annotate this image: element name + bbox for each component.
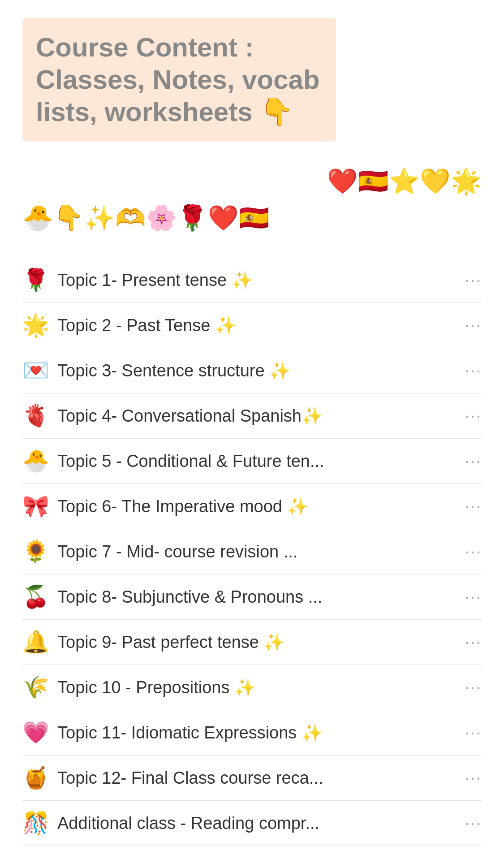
topic-more-button[interactable]: ··· bbox=[456, 406, 482, 426]
topic-emoji: 🌹 bbox=[22, 268, 49, 293]
topic-left: 🌹Topic 1- Present tense ✨ bbox=[22, 268, 456, 293]
emoji-row-top: ❤️🇪🇸⭐💛🌟 bbox=[22, 164, 482, 199]
topic-more-button[interactable]: ··· bbox=[456, 723, 482, 742]
topic-more-button[interactable]: ··· bbox=[456, 633, 482, 652]
header-title: Course Content : Classes, Notes, vocab l… bbox=[36, 31, 323, 128]
topic-more-button[interactable]: ··· bbox=[456, 316, 482, 335]
topic-more-button[interactable]: ··· bbox=[456, 587, 482, 607]
topic-emoji: 🌻 bbox=[22, 539, 49, 564]
topic-label: Topic 4- Conversational Spanish✨ bbox=[57, 406, 323, 426]
topic-left: 🐣Topic 5 - Conditional & Future ten... bbox=[22, 449, 456, 474]
topic-item[interactable]: 🌻Topic 7 - Mid- course revision ...··· bbox=[22, 529, 482, 574]
topic-emoji: 💗 bbox=[22, 720, 49, 745]
topic-item[interactable]: 🌟Topic 2 - Past Tense ✨··· bbox=[22, 303, 482, 348]
topic-left: 🫀Topic 4- Conversational Spanish✨ bbox=[22, 403, 456, 428]
topic-label: Topic 3- Sentence structure ✨ bbox=[57, 361, 290, 380]
topic-label: Topic 12- Final Class course reca... bbox=[57, 768, 323, 788]
topic-item[interactable]: 💌Topic 3- Sentence structure ✨··· bbox=[22, 348, 482, 393]
topic-item[interactable]: 🐣Topic 5 - Conditional & Future ten...··… bbox=[22, 439, 482, 484]
topic-item[interactable]: 🌾Topic 10 - Prepositions ✨··· bbox=[22, 665, 482, 710]
emoji-row-bottom: 🐣👇✨🫶🌸🌹❤️🇪🇸 bbox=[22, 201, 482, 235]
topic-item[interactable]: 🎀Topic 6- The Imperative mood ✨··· bbox=[22, 484, 482, 529]
topic-left: 🍒Topic 8- Subjunctive & Pronouns ... bbox=[22, 584, 456, 609]
topic-label: Topic 7 - Mid- course revision ... bbox=[57, 542, 297, 561]
topic-item[interactable]: 🫀Topic 4- Conversational Spanish✨··· bbox=[22, 393, 482, 439]
topic-left: 🍯Topic 12- Final Class course reca... bbox=[22, 765, 456, 790]
emoji-section: ❤️🇪🇸⭐💛🌟 🐣👇✨🫶🌸🌹❤️🇪🇸 bbox=[22, 164, 482, 235]
topic-emoji: 🌾 bbox=[22, 675, 49, 700]
topic-label: Topic 6- The Imperative mood ✨ bbox=[57, 496, 308, 516]
topic-left: 🎊Additional class - Reading compr... bbox=[22, 811, 456, 836]
topic-emoji: 🔔 bbox=[22, 630, 49, 655]
topics-list: 🌹Topic 1- Present tense ✨···🌟Topic 2 - P… bbox=[22, 258, 482, 846]
topic-left: 🌾Topic 10 - Prepositions ✨ bbox=[22, 675, 456, 700]
topic-label: Topic 11- Idiomatic Expressions ✨ bbox=[57, 723, 323, 742]
topic-more-button[interactable]: ··· bbox=[456, 271, 482, 290]
topic-emoji: 🐣 bbox=[22, 449, 49, 474]
topic-label: Topic 10 - Prepositions ✨ bbox=[57, 678, 255, 697]
topic-more-button[interactable]: ··· bbox=[456, 361, 482, 380]
topic-left: 🌟Topic 2 - Past Tense ✨ bbox=[22, 313, 456, 338]
topic-more-button[interactable]: ··· bbox=[456, 814, 482, 833]
topic-left: 💌Topic 3- Sentence structure ✨ bbox=[22, 358, 456, 383]
topic-label: Topic 1- Present tense ✨ bbox=[57, 270, 253, 290]
topic-left: 💗Topic 11- Idiomatic Expressions ✨ bbox=[22, 720, 456, 745]
topic-item[interactable]: 🍒Topic 8- Subjunctive & Pronouns ...··· bbox=[22, 574, 482, 620]
topic-label: Additional class - Reading compr... bbox=[57, 814, 319, 833]
topic-emoji: 💌 bbox=[22, 358, 49, 383]
topic-more-button[interactable]: ··· bbox=[456, 542, 482, 561]
topic-emoji: 🎀 bbox=[22, 494, 49, 519]
topic-item[interactable]: 🎊Additional class - Reading compr...··· bbox=[22, 801, 482, 846]
topic-emoji: 🍯 bbox=[22, 765, 49, 790]
topic-item[interactable]: 💗Topic 11- Idiomatic Expressions ✨··· bbox=[22, 710, 482, 755]
topic-left: 🎀Topic 6- The Imperative mood ✨ bbox=[22, 494, 456, 519]
topic-more-button[interactable]: ··· bbox=[456, 768, 482, 788]
topic-label: Topic 9- Past perfect tense ✨ bbox=[57, 632, 284, 652]
topic-emoji: 🫀 bbox=[22, 403, 49, 428]
topic-left: 🌻Topic 7 - Mid- course revision ... bbox=[22, 539, 456, 564]
topic-label: Topic 8- Subjunctive & Pronouns ... bbox=[57, 587, 322, 607]
topic-emoji: 🌟 bbox=[22, 313, 49, 338]
topic-more-button[interactable]: ··· bbox=[456, 452, 482, 471]
topic-left: 🔔Topic 9- Past perfect tense ✨ bbox=[22, 630, 456, 655]
topic-more-button[interactable]: ··· bbox=[456, 678, 482, 697]
topic-item[interactable]: 🍯Topic 12- Final Class course reca...··· bbox=[22, 755, 482, 801]
topic-emoji: 🍒 bbox=[22, 584, 49, 609]
topic-label: Topic 2 - Past Tense ✨ bbox=[57, 315, 236, 335]
topic-item[interactable]: 🔔Topic 9- Past perfect tense ✨··· bbox=[22, 620, 482, 665]
topic-label: Topic 5 - Conditional & Future ten... bbox=[57, 452, 324, 471]
topic-more-button[interactable]: ··· bbox=[456, 497, 482, 516]
topic-item[interactable]: 🌹Topic 1- Present tense ✨··· bbox=[22, 258, 482, 303]
header-section: Course Content : Classes, Notes, vocab l… bbox=[22, 18, 336, 142]
topic-emoji: 🎊 bbox=[22, 811, 49, 836]
